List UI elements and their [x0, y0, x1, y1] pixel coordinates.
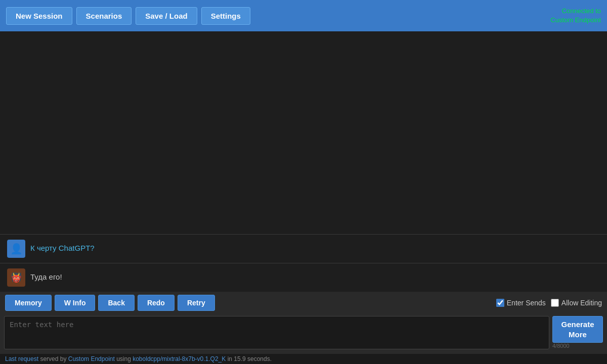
custom-endpoint-link[interactable]: Custom Endpoint [68, 355, 115, 362]
bottom-controls: Memory W Info Back Redo Retry Enter Send… [0, 292, 607, 354]
input-row: GenerateMore 4/8000 [0, 314, 607, 354]
new-session-button[interactable]: New Session [6, 7, 72, 25]
chat-area: 👤 К черту ChatGPT? 👹 Туда его! [0, 31, 607, 292]
w-info-button[interactable]: W Info [55, 295, 96, 311]
save-load-button[interactable]: Save / Load [136, 7, 197, 25]
user-message-text: К черту ChatGPT? [30, 240, 95, 254]
retry-button[interactable]: Retry [178, 295, 215, 311]
text-input[interactable] [4, 316, 549, 349]
redo-button[interactable]: Redo [138, 295, 175, 311]
status-text-3: in 15.9 seconds. [228, 355, 272, 362]
ai-avatar: 👹 [7, 268, 25, 287]
connection-status: Connected to Custom Endpoint [550, 7, 601, 25]
enter-sends-label: Enter Sends [507, 299, 546, 307]
right-controls: Enter Sends Allow Editing [496, 299, 602, 307]
enter-sends-group: Enter Sends [496, 299, 546, 307]
char-count: 4/8000 [552, 343, 603, 352]
allow-editing-label: Allow Editing [561, 299, 602, 307]
generate-more-button[interactable]: GenerateMore [552, 316, 603, 343]
header: New Session Scenarios Save / Load Settin… [0, 0, 607, 31]
user-message: 👤 К черту ChatGPT? [0, 235, 607, 263]
allow-editing-checkbox[interactable] [551, 299, 559, 307]
memory-button[interactable]: Memory [5, 295, 52, 311]
status-text-2: using [116, 355, 133, 362]
last-request-link[interactable]: Last request [5, 355, 38, 362]
ai-message-text: Туда его! [30, 268, 62, 283]
enter-sends-checkbox[interactable] [496, 299, 504, 307]
ai-message: 👹 Туда его! [0, 263, 607, 292]
back-button[interactable]: Back [98, 295, 134, 311]
allow-editing-group: Allow Editing [551, 299, 602, 307]
user-avatar: 👤 [7, 240, 25, 258]
status-text-1: served by [40, 355, 68, 362]
model-link[interactable]: koboldcpp/mixtral-8x7b-v0.1.Q2_K [133, 355, 226, 362]
scenarios-button[interactable]: Scenarios [76, 7, 132, 25]
action-bar: Memory W Info Back Redo Retry Enter Send… [0, 292, 607, 314]
status-bar: Last request served by Custom Endpoint u… [0, 354, 607, 364]
chat-spacer [0, 31, 607, 234]
settings-button[interactable]: Settings [201, 7, 250, 25]
